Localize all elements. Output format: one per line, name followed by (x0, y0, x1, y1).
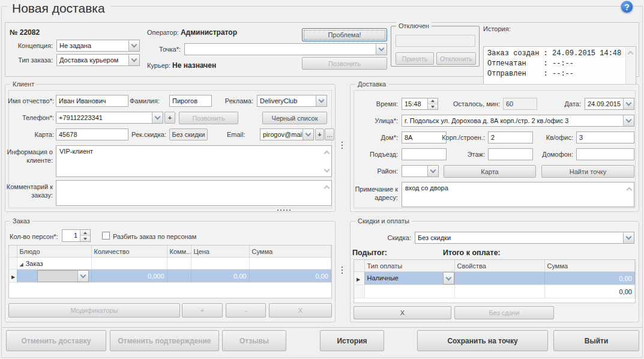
chevron-down-icon[interactable] (128, 40, 139, 51)
point-select[interactable] (184, 43, 387, 55)
call-client-button[interactable]: Позвонить (179, 112, 238, 124)
delete-item-button[interactable]: X (269, 303, 332, 318)
payment-props-cell[interactable] (454, 272, 544, 285)
time-spinner[interactable]: 15:48 (402, 98, 438, 110)
ad-select[interactable]: DeliveryClub (257, 95, 327, 107)
scroll-up-icon[interactable] (324, 186, 330, 192)
sum-cell[interactable]: 0,00 (249, 270, 331, 283)
street-select[interactable]: г. Подольск ул. Дорохова д. 8А корп./стр… (402, 115, 634, 127)
surname-field[interactable]: Пирогов (169, 95, 212, 107)
floor-field[interactable] (488, 148, 533, 160)
scroll-up-icon[interactable] (324, 151, 330, 157)
order-number: № 22082 (10, 28, 40, 37)
ad-discount-label: Рек.скидка: (128, 128, 166, 140)
payments-table[interactable]: Тип оплаты Свойства Сумма ▶ Наличные 0,0… (354, 259, 636, 303)
map-button[interactable]: Карта (444, 165, 536, 178)
history-button[interactable]: История (320, 330, 384, 351)
district-select[interactable] (402, 165, 439, 177)
chevron-down-icon[interactable] (152, 112, 163, 123)
address-note-textarea[interactable]: вход со двора (402, 182, 634, 207)
chevron-down-icon[interactable] (376, 44, 387, 55)
phone-field[interactable]: +79112223341 (56, 112, 163, 124)
dish-select[interactable] (37, 270, 89, 282)
client-name-field[interactable]: Иван Иванович (56, 95, 128, 107)
order-item-row[interactable]: ▶ 0,000 0,00 0,00 (9, 270, 331, 283)
chevron-down-icon[interactable] (128, 55, 139, 65)
chevron-down-icon[interactable] (427, 166, 438, 176)
scroll-up-icon[interactable] (627, 187, 633, 193)
spinner-arrows[interactable] (427, 98, 438, 109)
concept-label: Концепция: (5, 40, 53, 52)
save-to-point-button[interactable]: Сохранить на точку (417, 330, 548, 351)
payment-sum-cell[interactable]: 0,00 (544, 272, 635, 285)
quantity-cell[interactable]: 0,000 (91, 270, 167, 283)
add-email-button[interactable]: + (315, 128, 324, 140)
apartment-field[interactable]: 3 (576, 131, 634, 143)
payment-type-select[interactable]: Наличные (365, 272, 454, 285)
email-field[interactable]: pirogov@mail. (260, 128, 314, 140)
chevron-down-icon[interactable] (316, 95, 327, 106)
cancel-delivery-button[interactable]: Отменить доставку (6, 330, 106, 351)
add-item-button[interactable]: + (182, 303, 223, 318)
order-items-table[interactable]: Блюдо Количество Комм... Цена Сумма ◢Зак… (8, 245, 332, 298)
intercom-field[interactable] (576, 148, 634, 160)
order-type-label: Тип заказа: (5, 54, 53, 66)
chevron-down-icon[interactable] (623, 98, 634, 109)
call-point-button[interactable]: Позвонить (302, 57, 387, 70)
no-change-button[interactable]: Без сдачи (454, 306, 554, 319)
floor-label: Этаж: (438, 148, 485, 160)
disconnected-field[interactable] (396, 35, 475, 47)
order-comment-textarea[interactable] (56, 180, 332, 206)
add-phone-button[interactable]: + (164, 112, 175, 124)
vertical-splitter[interactable] (342, 142, 343, 149)
payment-row[interactable]: 0,00 (354, 285, 635, 298)
problem-button[interactable]: Проблема! (302, 28, 387, 41)
history-scrollbar[interactable] (625, 47, 635, 86)
split-by-persons-label: Разбить заказ по персонам (113, 231, 196, 243)
cancel-confirmation-button[interactable]: Отменить подтверждение (110, 330, 219, 351)
order-type-select[interactable]: Доставка курьером (56, 54, 140, 66)
delete-payment-button[interactable]: X (354, 306, 451, 319)
date-select[interactable]: 24.09.2015 (585, 98, 634, 110)
vertical-splitter[interactable] (342, 267, 343, 274)
building-field[interactable]: 2 (488, 131, 533, 143)
spin-down-icon (80, 236, 90, 241)
price-cell[interactable]: 0,00 (191, 270, 249, 283)
blacklist-button[interactable]: Черный список (262, 112, 327, 124)
courier-value: Не назначен (172, 61, 216, 70)
split-by-persons-checkbox[interactable] (102, 232, 110, 240)
payment-row[interactable]: ▶ Наличные 0,00 (354, 272, 635, 285)
reviews-button[interactable]: Отзывы (222, 330, 286, 351)
row-marker-icon: ▶ (11, 274, 15, 280)
spinner-arrows[interactable] (80, 230, 90, 241)
find-point-button[interactable]: Найти точку (541, 165, 634, 178)
horizontal-splitter[interactable] (277, 210, 290, 211)
modifiers-button[interactable]: Модификаторы (8, 303, 180, 318)
help-icon[interactable]: ? (621, 1, 633, 13)
remove-item-button[interactable]: - (226, 303, 266, 318)
scroll-down-icon[interactable] (324, 167, 330, 173)
card-field[interactable]: 45678 (56, 128, 128, 140)
more-email-button[interactable]: ... (325, 128, 334, 140)
comment-cell[interactable] (167, 270, 191, 283)
surname-label: Фамилия: (130, 95, 158, 107)
discount-select[interactable]: Без скидки (415, 232, 634, 244)
chevron-down-icon[interactable] (623, 115, 634, 126)
client-info-textarea[interactable]: VIP-клиент (56, 145, 332, 177)
chevron-down-icon[interactable] (302, 129, 313, 140)
chevron-down-icon[interactable] (623, 232, 634, 243)
expander-icon[interactable]: ◢ (20, 262, 23, 267)
spin-up-icon (80, 230, 90, 236)
entrance-label: Подъезд: (354, 148, 398, 160)
order-group-row[interactable]: ◢Заказ (9, 258, 331, 270)
persons-stepper[interactable]: 1 (62, 229, 91, 242)
chevron-down-icon[interactable] (443, 272, 454, 285)
chevron-down-icon[interactable] (77, 271, 88, 282)
accept-button[interactable]: Принять (396, 52, 434, 65)
operator-row: Оператор: Администратор (147, 26, 237, 38)
decline-button[interactable]: Отклонить (436, 52, 476, 65)
exit-button[interactable]: Выйти (553, 330, 639, 351)
concept-select[interactable]: Не задана (56, 40, 140, 52)
history-log: Заказ создан : 24.09.2015 14:48 Отпечата… (483, 46, 636, 87)
persons-label: Кол-во персон*: (10, 231, 58, 243)
